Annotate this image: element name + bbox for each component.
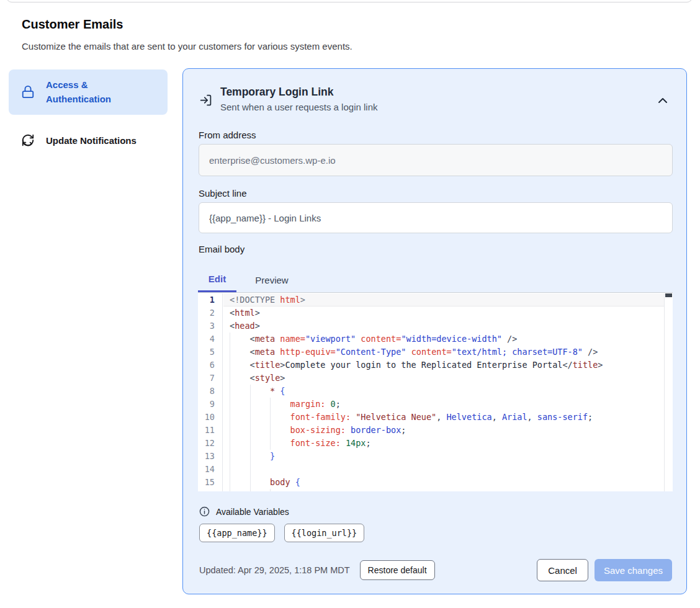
editor-code[interactable]: <!DOCTYPE html><html><head><meta name="v… [223, 293, 664, 491]
indent-guide [250, 424, 271, 437]
cancel-button[interactable]: Cancel [537, 559, 588, 581]
code-token: Complete your login to the Replicated En… [285, 360, 562, 370]
code-token: Helvetica [441, 412, 491, 422]
line-number: 15 [198, 476, 222, 489]
editor-scrollbar[interactable] [664, 293, 673, 491]
code-token: * [270, 386, 280, 396]
code-line[interactable]: <title>Complete your login to the Replic… [223, 359, 664, 372]
code-line[interactable]: <style> [223, 372, 664, 385]
sidebar-item-label: Access & Authentication [46, 78, 151, 107]
email-types-sidebar: Access & Authentication Update Notificat… [9, 69, 168, 156]
log-in-icon [199, 94, 212, 107]
variable-chip-login-url[interactable]: {{login_url}} [284, 524, 365, 542]
subject-line-input[interactable] [199, 202, 673, 233]
indent-guide [230, 424, 250, 437]
indent-guide [230, 398, 250, 411]
indent-guide [230, 437, 250, 450]
code-token: title [573, 360, 598, 370]
code-token: < [250, 334, 255, 344]
indent-guide [230, 333, 250, 346]
code-line[interactable]: } [223, 450, 664, 463]
indent-guide [230, 476, 250, 489]
code-line[interactable]: font-family: "Helvetica Neue", Helvetica… [223, 411, 664, 424]
line-number: 16 [198, 489, 222, 491]
line-number: 10 [198, 411, 222, 424]
indent-guide [250, 385, 271, 398]
from-address-input[interactable] [199, 144, 673, 176]
code-line[interactable]: <meta http-equiv="Content-Type" content=… [223, 346, 664, 359]
panel-header: Temporary Login Link Sent when a user re… [199, 86, 377, 112]
subject-line-label: Subject line [199, 188, 247, 199]
line-number: 9 [198, 398, 222, 411]
line-number: 11 [198, 424, 222, 437]
code-token: ; [401, 425, 406, 435]
indent-guide [230, 450, 250, 463]
indent-guide [250, 489, 271, 491]
indent-guide [230, 346, 250, 359]
code-token: name= [275, 334, 305, 344]
collapse-section-button[interactable] [657, 96, 669, 106]
code-token: font-family: [290, 412, 351, 422]
code-line[interactable]: <meta name="viewport" content="width=dev… [223, 333, 664, 346]
code-token: head [235, 321, 255, 331]
variable-chip-app-name[interactable]: {{app_name}} [199, 524, 275, 542]
code-token: "text/html; charset=UTF-8" [452, 347, 583, 357]
scrollbar-thumb[interactable] [665, 293, 672, 297]
variable-chips: {{app_name}} {{login_url}} [199, 524, 364, 542]
code-line[interactable]: box-sizing: border-box; [223, 424, 664, 437]
code-token: > [255, 321, 260, 331]
code-token: meta [255, 347, 276, 357]
code-token: "viewport" [305, 334, 356, 344]
code-token: border-box [346, 425, 401, 435]
code-token: Arial [497, 412, 527, 422]
code-token: > [255, 308, 260, 318]
save-changes-button[interactable]: Save changes [595, 559, 672, 581]
editor-gutter: 12345678910111213141516 [198, 293, 223, 491]
code-line[interactable]: <!DOCTYPE html> [223, 293, 664, 306]
code-line[interactable]: <html> [223, 306, 664, 320]
code-line[interactable]: body { [223, 476, 664, 489]
code-line[interactable]: margin: 0; [223, 398, 664, 411]
email-body-label: Email body [199, 244, 245, 254]
code-line[interactable]: background-color: #f6f6f6; [223, 489, 664, 491]
code-token: < [230, 308, 235, 318]
indent-guide [250, 411, 271, 424]
line-number: 6 [198, 359, 222, 372]
tab-edit[interactable]: Edit [198, 267, 236, 292]
indent-guide [250, 398, 271, 411]
code-token: ; [416, 490, 421, 491]
temporary-login-link-panel: Temporary Login Link Sent when a user re… [182, 68, 687, 594]
code-token: content= [356, 334, 401, 344]
code-token: font-size: [290, 438, 341, 448]
tab-preview[interactable]: Preview [250, 267, 294, 292]
code-line[interactable]: <head> [223, 320, 664, 333]
page-title: Customer Emails [22, 17, 123, 32]
code-token: < [250, 373, 255, 383]
indent-guide [250, 476, 271, 489]
code-line[interactable] [223, 463, 664, 476]
code-token: title [255, 360, 280, 370]
code-token: , [527, 412, 532, 422]
code-token: body [270, 477, 295, 487]
code-line[interactable]: font-size: 14px; [223, 437, 664, 450]
line-number: 12 [198, 437, 222, 450]
updated-timestamp: Updated: Apr 29, 2025, 1:18 PM MDT [199, 565, 350, 575]
code-token: "Content-Type" [336, 347, 406, 357]
indent-guide [250, 437, 271, 450]
code-token: < [250, 360, 255, 370]
code-editor[interactable]: 12345678910111213141516 <!DOCTYPE html><… [198, 292, 673, 491]
lock-icon [21, 85, 35, 99]
line-number: 4 [198, 333, 222, 346]
indent-guide [230, 463, 250, 476]
sidebar-item-access-authentication[interactable]: Access & Authentication [9, 69, 168, 115]
panel-title: Temporary Login Link [220, 86, 377, 99]
page-subtitle: Customize the emails that are sent to yo… [22, 41, 352, 51]
sidebar-item-update-notifications[interactable]: Update Notifications [9, 125, 168, 156]
restore-default-button[interactable]: Restore default [360, 560, 435, 580]
refresh-icon [21, 133, 35, 147]
code-token: { [280, 386, 285, 396]
code-token: < [250, 347, 255, 357]
code-line[interactable]: * { [223, 385, 664, 398]
code-token: > [598, 360, 603, 370]
info-icon [199, 506, 210, 517]
